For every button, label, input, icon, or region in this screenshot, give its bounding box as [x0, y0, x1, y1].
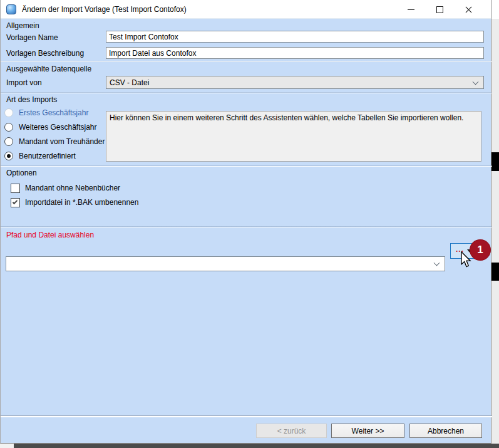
import-art-info-box: Hier können Sie in einem weiteren Schrit…: [106, 111, 481, 162]
chevron-down-icon: [473, 78, 479, 85]
checkbox-mandant-ohne-nebenbuecher[interactable]: Mandant ohne Nebenbücher: [11, 183, 120, 193]
radio-weiteres-geschaeftsjahr[interactable]: Weiteres Geschäftsjahr: [4, 122, 97, 132]
next-button[interactable]: Weiter >>: [331, 424, 404, 438]
radio-icon: [4, 108, 13, 117]
radio-benutzerdefiniert[interactable]: Benutzerdefiniert: [4, 151, 76, 160]
radio-label: Mandant vom Treuhänder: [19, 137, 105, 146]
section-header-allgemein: Allgemein: [6, 21, 39, 30]
maximize-icon: [436, 6, 443, 13]
title-bar[interactable]: Ändern der Import Vorlage (Test Import C…: [1, 0, 491, 19]
mouse-cursor: [460, 251, 471, 268]
radio-icon: [4, 152, 13, 160]
radio-erstes-geschaeftsjahr[interactable]: Erstes Geschäftsjahr: [4, 108, 88, 117]
radio-label: Benutzerdefiniert: [19, 152, 76, 160]
import-von-select[interactable]: CSV - Datei: [106, 76, 484, 89]
minimize-button[interactable]: [396, 0, 425, 19]
close-button[interactable]: [454, 0, 483, 19]
footer-divider: [1, 415, 492, 417]
section-header-datenquelle: Ausgewählte Datenquelle: [6, 65, 91, 73]
background-artifact-bottom: [491, 263, 499, 281]
vorlagen-beschreibung-label: Vorlagen Beschreibung: [6, 49, 84, 58]
maximize-button[interactable]: [425, 0, 454, 19]
vorlagen-beschreibung-input[interactable]: [106, 47, 484, 59]
app-icon: [6, 4, 16, 14]
import-template-dialog: Ändern der Import Vorlage (Test Import C…: [0, 0, 491, 444]
radio-label: Weiteres Geschäftsjahr: [19, 123, 97, 132]
desktop-background-strip-top: [491, 0, 499, 19]
chevron-down-icon: [434, 260, 440, 266]
checkbox-label: Mandant ohne Nebenbücher: [25, 184, 120, 192]
close-icon: [465, 6, 473, 14]
cancel-button[interactable]: Abbrechen: [409, 424, 482, 438]
desktop-background-strip: [491, 0, 499, 444]
checkbox-label: Importdatei in *.BAK umbenennen: [25, 198, 138, 207]
minimize-icon: [408, 9, 414, 10]
annotation-badge-1: 1: [470, 239, 491, 261]
radio-icon: [4, 137, 13, 146]
vorlagen-name-label: Vorlagen Name: [6, 33, 58, 42]
radio-icon: [4, 123, 13, 132]
checkbox-icon: [11, 184, 20, 193]
radio-mandant-vom-treuhaender[interactable]: Mandant vom Treuhänder: [4, 137, 105, 146]
section-divider: [1, 92, 492, 93]
section-divider: [1, 61, 492, 62]
background-artifact-top: [491, 152, 499, 171]
section-divider: [1, 165, 492, 167]
pfad-combobox[interactable]: [6, 256, 445, 271]
window-controls: [396, 0, 483, 19]
taskbar-edge-corner: [0, 444, 14, 448]
taskbar-edge-strip: [14, 444, 499, 448]
import-von-label: Import von: [6, 78, 42, 87]
section-divider: [1, 226, 492, 227]
radio-label: Erstes Geschäftsjahr: [19, 108, 88, 117]
vorlagen-name-input[interactable]: [106, 31, 484, 43]
checkbox-icon: [11, 198, 20, 207]
back-button[interactable]: < zurück: [256, 424, 327, 438]
pfad-label: Pfad und Datei auswählen: [6, 231, 94, 239]
import-von-selected-value: CSV - Datei: [110, 78, 149, 87]
section-header-import-art: Art des Imports: [6, 95, 57, 104]
section-header-optionen: Optionen: [6, 169, 37, 177]
window-title: Ändern der Import Vorlage (Test Import C…: [22, 5, 187, 14]
checkbox-importdatei-bak[interactable]: Importdatei in *.BAK umbenennen: [11, 197, 138, 207]
